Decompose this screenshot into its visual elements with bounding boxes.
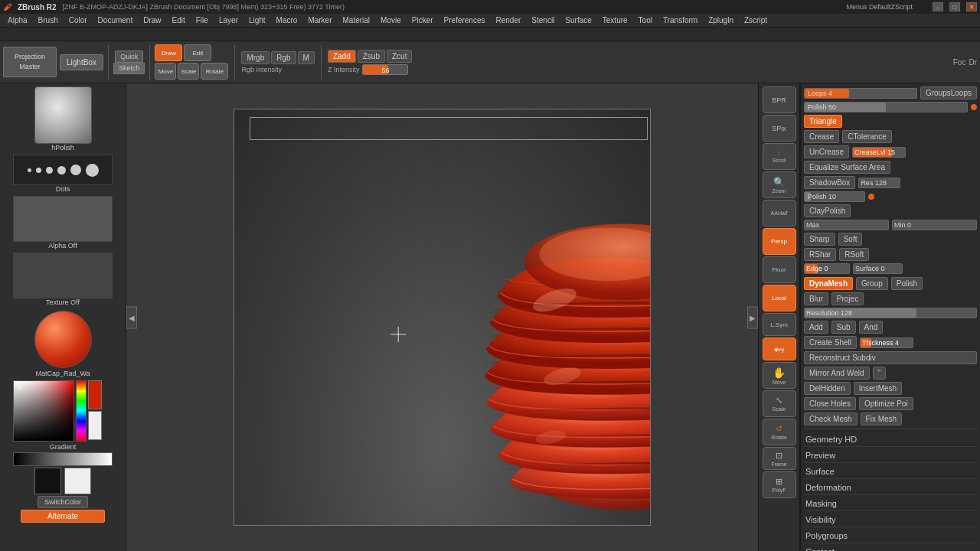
- project-button[interactable]: Projec: [831, 292, 864, 305]
- persp-button[interactable]: Persp: [763, 228, 796, 255]
- check-mesh-button[interactable]: Check Mesh: [804, 412, 858, 425]
- mrgb-toggle[interactable]: Mrgb: [241, 51, 270, 64]
- move-viewport-button[interactable]: ✋ Move: [763, 362, 796, 389]
- texture-preview[interactable]: [13, 253, 113, 298]
- thickness-slider[interactable]: Thickness 4: [860, 337, 913, 348]
- scale-mode-button[interactable]: Scale: [178, 63, 199, 80]
- menu-marker[interactable]: Marker: [303, 15, 336, 25]
- max-slider[interactable]: Max: [804, 220, 889, 230]
- alpha-preview[interactable]: [13, 196, 113, 242]
- polish-50-slider[interactable]: Polish 50: [804, 102, 968, 112]
- zcut-button[interactable]: Zcut: [387, 50, 412, 63]
- menu-layer[interactable]: Layer: [214, 15, 243, 25]
- optimize-button[interactable]: Optimize Poi: [859, 397, 913, 410]
- deformation-section[interactable]: Deformation: [804, 481, 977, 495]
- menu-texture[interactable]: Texture: [598, 15, 632, 25]
- lsym-button[interactable]: L.Sym: [763, 313, 796, 336]
- right-nav-arrow[interactable]: ▶: [747, 306, 758, 328]
- sharp-button[interactable]: Sharp: [804, 233, 835, 246]
- group-button[interactable]: Group: [856, 277, 888, 290]
- menu-macro[interactable]: Macro: [272, 15, 302, 25]
- swatch-white[interactable]: [64, 468, 91, 494]
- floor-button[interactable]: Floor: [763, 256, 796, 283]
- menu-alpha[interactable]: Alpha: [3, 15, 32, 25]
- crease-button[interactable]: Crease: [804, 130, 839, 143]
- triangle-button[interactable]: Triangle: [804, 115, 842, 128]
- groups-loops-button[interactable]: GroupsLoops: [920, 86, 977, 99]
- gradient-bar[interactable]: [13, 452, 113, 466]
- surface-val-slider[interactable]: Surface 0: [853, 263, 903, 274]
- bpr-button[interactable]: BPR: [763, 86, 796, 113]
- menu-movie[interactable]: Movie: [376, 15, 406, 25]
- projection-master-button[interactable]: Projection Master: [3, 47, 57, 77]
- move-mode-button[interactable]: Move: [155, 63, 176, 80]
- dots-preview[interactable]: [13, 155, 113, 185]
- min-slider[interactable]: Min 0: [892, 220, 977, 230]
- close-button[interactable]: ✕: [966, 2, 977, 11]
- color-picker[interactable]: [13, 380, 74, 442]
- menu-tool[interactable]: Tool: [634, 15, 657, 25]
- lightbox-button[interactable]: LightBox: [60, 54, 103, 70]
- res-slider[interactable]: Res 128: [858, 178, 900, 188]
- frame-button[interactable]: ⊡ Frame: [763, 447, 796, 470]
- shadowbox-button[interactable]: ShadowBox: [804, 176, 855, 189]
- aahalf-button[interactable]: AAHalf: [763, 200, 796, 227]
- polish-dyn-button[interactable]: Polish: [891, 277, 923, 290]
- zoom-button[interactable]: 🔍 Zoom: [763, 171, 796, 198]
- switch-color-button[interactable]: SwitchColor: [38, 496, 88, 508]
- canvas-area[interactable]: ◀: [126, 83, 758, 551]
- polygroups-section[interactable]: Polygroups: [804, 529, 977, 543]
- ctolerance-button[interactable]: CTolerance: [842, 130, 892, 143]
- alternate-button[interactable]: Alternate: [21, 510, 105, 523]
- sub-button[interactable]: Sub: [831, 321, 856, 334]
- menu-material[interactable]: Material: [338, 15, 375, 25]
- menu-color[interactable]: Color: [64, 15, 92, 25]
- m-toggle[interactable]: M: [298, 51, 315, 64]
- blur-button[interactable]: Blur: [804, 292, 828, 305]
- uncrease-button[interactable]: UnCrease: [804, 145, 849, 158]
- rsoft-button[interactable]: RSoft: [839, 248, 869, 261]
- del-hidden-button[interactable]: DelHidden: [804, 382, 851, 395]
- hue-slider[interactable]: [76, 380, 87, 442]
- rotate-viewport-button[interactable]: ↺ Rotate: [763, 419, 796, 445]
- menu-surface[interactable]: Surface: [560, 15, 596, 25]
- canvas[interactable]: [234, 109, 651, 526]
- loops-slider[interactable]: Loops 4: [804, 88, 917, 99]
- menu-document[interactable]: Document: [93, 15, 138, 25]
- crease-level-slider[interactable]: CreaseLvl 15: [852, 147, 906, 158]
- matcap-preview[interactable]: [34, 311, 92, 368]
- left-nav-arrow[interactable]: ◀: [126, 306, 137, 328]
- add-button[interactable]: Add: [804, 321, 828, 334]
- polish-10-slider[interactable]: Polish 10: [804, 191, 865, 202]
- equalize-button[interactable]: Equalize Surface Area: [804, 161, 890, 174]
- contact-section[interactable]: Contact: [804, 545, 977, 551]
- edge-slider[interactable]: Edge 0: [804, 263, 850, 274]
- reconstruct-subdiv-button[interactable]: Reconstruct Subdiv: [804, 351, 977, 364]
- edit-mode-button[interactable]: Edit: [184, 44, 211, 61]
- rotate-mode-button[interactable]: Rotate: [201, 63, 228, 80]
- fix-mesh-button[interactable]: Fix Mesh: [861, 412, 903, 425]
- menu-edit[interactable]: Edit: [168, 15, 190, 25]
- foreground-color[interactable]: [88, 380, 102, 409]
- menu-picker[interactable]: Picker: [407, 15, 438, 25]
- create-shell-button[interactable]: Create Shell: [804, 336, 857, 349]
- insert-mesh-button[interactable]: InsertMesh: [854, 382, 902, 395]
- geometry-hd-section[interactable]: Geometry HD: [804, 432, 977, 447]
- z-intensity-slider[interactable]: 56: [362, 64, 408, 75]
- menu-light[interactable]: Light: [244, 15, 270, 25]
- masking-section[interactable]: Masking: [804, 497, 977, 511]
- menu-render[interactable]: Render: [492, 15, 526, 25]
- menu-preferences[interactable]: Preferences: [439, 15, 490, 25]
- soft-button[interactable]: Soft: [838, 233, 863, 246]
- spix-button[interactable]: SPix: [763, 115, 796, 142]
- menu-zscript[interactable]: Zscript: [740, 15, 772, 25]
- menu-file[interactable]: File: [191, 15, 213, 25]
- draw-mode-button[interactable]: Draw: [155, 44, 182, 61]
- visibility-section[interactable]: Visibility: [804, 513, 977, 527]
- mirror-weld-button[interactable]: Mirror And Weld: [804, 367, 870, 380]
- menu-stencil[interactable]: Stencil: [527, 15, 559, 25]
- rshar-button[interactable]: RShar: [804, 248, 836, 261]
- scroll-button[interactable]: ↕ Scroll: [763, 143, 796, 170]
- background-color[interactable]: [88, 411, 102, 440]
- zsub-button[interactable]: Zsub: [358, 50, 385, 63]
